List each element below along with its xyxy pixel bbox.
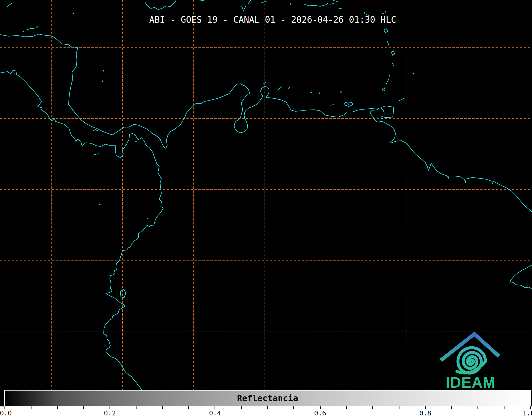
satellite-image-stage: ABI - GOES 19 - CANAL 01 - 2026-04-26 01… bbox=[0, 0, 532, 417]
logo-hurricane-spiral-icon bbox=[457, 348, 485, 373]
ideam-logo: IDEAM bbox=[0, 0, 532, 417]
logo-wordmark: IDEAM bbox=[446, 374, 496, 391]
